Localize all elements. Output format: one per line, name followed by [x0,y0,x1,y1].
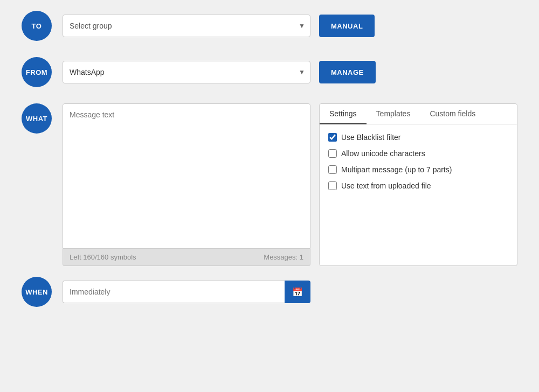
what-label: WHAT [22,103,52,134]
to-label: TO [22,11,52,41]
manage-button[interactable]: MANAGE [319,61,376,83]
to-group-select[interactable]: Select group [63,15,310,37]
blacklist-checkbox[interactable] [328,133,337,142]
calendar-icon: 📅 [292,287,303,297]
from-channel-select[interactable]: WhatsApp [63,61,310,83]
when-input-wrapper: 📅 [63,281,310,303]
multipart-label[interactable]: Multipart message (up to 7 parts) [341,165,452,174]
settings-content: Use Blacklist filter Allow unicode chara… [320,124,517,206]
message-footer: Left 160/160 symbols Messages: 1 [63,249,310,266]
manual-button[interactable]: MANUAL [319,15,375,37]
settings-panel: Settings Templates Custom fields Use Bla… [319,103,517,266]
symbols-left: Left 160/160 symbols [70,253,136,261]
checkbox-row-multipart: Multipart message (up to 7 parts) [328,165,508,174]
blacklist-label[interactable]: Use Blacklist filter [341,133,400,142]
multipart-checkbox[interactable] [328,165,337,174]
checkbox-row-blacklist: Use Blacklist filter [328,133,508,142]
from-row: FROM WhatsApp ▼ MANAGE [22,57,517,87]
tab-settings[interactable]: Settings [320,104,367,124]
from-label: FROM [22,57,52,87]
to-select-wrapper: Select group ▼ [63,15,310,37]
what-row: WHAT Left 160/160 symbols Messages: 1 Se… [22,103,517,266]
unicode-checkbox[interactable] [328,149,337,158]
from-select-wrapper: WhatsApp ▼ [63,61,310,83]
unicode-label[interactable]: Allow unicode characters [341,149,425,158]
when-label: WHEN [22,277,52,307]
messages-count: Messages: 1 [264,253,303,261]
uploaded-file-checkbox[interactable] [328,181,337,190]
calendar-button[interactable]: 📅 [285,281,310,303]
checkbox-row-unicode: Allow unicode characters [328,149,508,158]
tab-templates[interactable]: Templates [367,104,420,124]
settings-tabs: Settings Templates Custom fields [320,104,517,124]
uploaded-file-label[interactable]: Use text from uploaded file [341,181,431,190]
message-area-wrapper: Left 160/160 symbols Messages: 1 [63,103,310,266]
when-datetime-input[interactable] [63,281,285,303]
message-textarea[interactable] [63,103,310,249]
when-row: WHEN 📅 [22,277,517,307]
what-content: Left 160/160 symbols Messages: 1 Setting… [63,103,517,266]
tab-custom-fields[interactable]: Custom fields [420,104,485,124]
to-row: TO Select group ▼ MANUAL [22,11,517,41]
checkbox-row-uploaded: Use text from uploaded file [328,181,508,190]
